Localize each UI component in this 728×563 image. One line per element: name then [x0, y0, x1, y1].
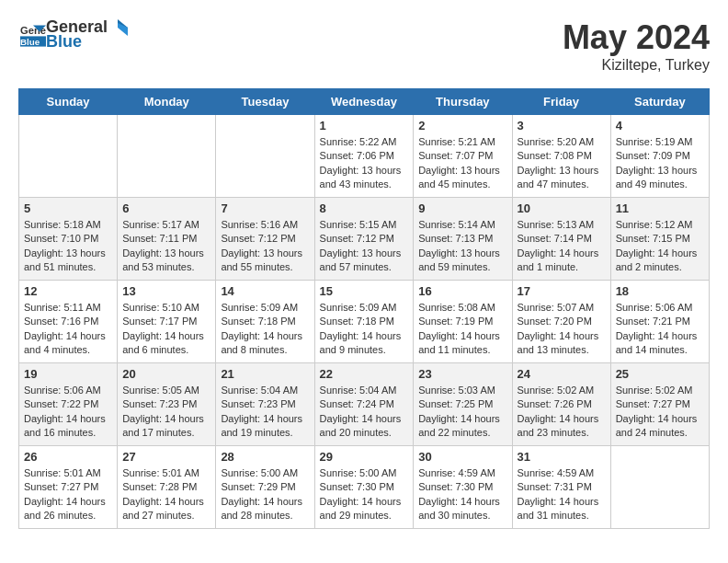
day-info: Sunrise: 5:10 AMSunset: 7:17 PMDaylight:… — [122, 301, 210, 358]
day-number: 13 — [122, 284, 210, 298]
day-number: 24 — [518, 367, 606, 381]
day-number: 20 — [122, 367, 210, 381]
day-number: 28 — [221, 450, 309, 464]
calendar-cell: 17 Sunrise: 5:07 AMSunset: 7:20 PMDaylig… — [512, 281, 610, 363]
day-info: Sunrise: 5:06 AMSunset: 7:22 PMDaylight:… — [24, 384, 112, 441]
day-number: 1 — [320, 119, 409, 132]
week-row-4: 19 Sunrise: 5:06 AMSunset: 7:22 PMDaylig… — [19, 363, 710, 446]
calendar-cell: 12 Sunrise: 5:11 AMSunset: 7:16 PMDaylig… — [19, 281, 118, 363]
title-block: May 2024 Kiziltepe, Turkey — [563, 18, 710, 74]
day-info: Sunrise: 5:03 AMSunset: 7:25 PMDaylight:… — [418, 384, 506, 441]
day-number: 5 — [24, 201, 112, 215]
week-row-1: 1 Sunrise: 5:22 AMSunset: 7:06 PMDayligh… — [19, 115, 710, 198]
calendar-cell: 25 Sunrise: 5:02 AMSunset: 7:27 PMDaylig… — [610, 363, 709, 446]
calendar-cell: 24 Sunrise: 5:02 AMSunset: 7:26 PMDaylig… — [512, 363, 610, 446]
header-thursday: Thursday — [414, 89, 512, 115]
calendar-cell — [216, 115, 314, 198]
header-saturday: Saturday — [610, 89, 709, 115]
day-info: Sunrise: 5:11 AMSunset: 7:16 PMDaylight:… — [24, 301, 112, 358]
svg-text:Blue: Blue — [20, 37, 40, 47]
day-info: Sunrise: 5:06 AMSunset: 7:21 PMDaylight:… — [616, 301, 704, 358]
calendar-table: Sunday Monday Tuesday Wednesday Thursday… — [18, 88, 710, 529]
day-info: Sunrise: 4:59 AMSunset: 7:30 PMDaylight:… — [418, 466, 506, 523]
day-info: Sunrise: 5:17 AMSunset: 7:11 PMDaylight:… — [122, 218, 210, 275]
day-number: 3 — [518, 119, 606, 132]
calendar-cell: 26 Sunrise: 5:01 AMSunset: 7:27 PMDaylig… — [19, 446, 118, 529]
calendar-cell: 28 Sunrise: 5:00 AMSunset: 7:29 PMDaylig… — [216, 446, 314, 529]
day-info: Sunrise: 5:01 AMSunset: 7:27 PMDaylight:… — [24, 466, 112, 523]
calendar-cell: 5 Sunrise: 5:18 AMSunset: 7:10 PMDayligh… — [19, 198, 118, 281]
day-number: 11 — [616, 201, 704, 215]
day-info: Sunrise: 5:12 AMSunset: 7:15 PMDaylight:… — [616, 218, 704, 275]
day-number: 14 — [221, 284, 309, 298]
day-number: 2 — [418, 119, 506, 132]
day-info: Sunrise: 5:18 AMSunset: 7:10 PMDaylight:… — [24, 218, 112, 275]
day-info: Sunrise: 5:04 AMSunset: 7:23 PMDaylight:… — [221, 384, 309, 441]
day-number: 15 — [320, 284, 409, 298]
calendar-cell: 21 Sunrise: 5:04 AMSunset: 7:23 PMDaylig… — [216, 363, 314, 446]
calendar-cell: 3 Sunrise: 5:20 AMSunset: 7:08 PMDayligh… — [512, 115, 610, 198]
header-monday: Monday — [118, 89, 216, 115]
calendar-cell: 13 Sunrise: 5:10 AMSunset: 7:17 PMDaylig… — [118, 281, 216, 363]
day-info: Sunrise: 5:04 AMSunset: 7:24 PMDaylight:… — [320, 384, 409, 441]
calendar-cell: 11 Sunrise: 5:12 AMSunset: 7:15 PMDaylig… — [610, 198, 709, 281]
calendar-cell — [610, 446, 709, 529]
page-header: General Blue General Blue May 2024 Kizil… — [18, 18, 710, 74]
day-number: 8 — [320, 201, 409, 215]
week-row-3: 12 Sunrise: 5:11 AMSunset: 7:16 PMDaylig… — [19, 281, 710, 363]
day-info: Sunrise: 5:09 AMSunset: 7:18 PMDaylight:… — [320, 301, 409, 358]
calendar-cell: 4 Sunrise: 5:19 AMSunset: 7:09 PMDayligh… — [610, 115, 709, 198]
day-number: 18 — [616, 284, 704, 298]
day-info: Sunrise: 5:21 AMSunset: 7:07 PMDaylight:… — [418, 135, 506, 192]
day-number: 22 — [320, 367, 409, 381]
weekday-header-row: Sunday Monday Tuesday Wednesday Thursday… — [19, 89, 710, 115]
calendar-cell: 15 Sunrise: 5:09 AMSunset: 7:18 PMDaylig… — [314, 281, 414, 363]
calendar-cell: 9 Sunrise: 5:14 AMSunset: 7:13 PMDayligh… — [414, 198, 512, 281]
day-number: 7 — [221, 201, 309, 215]
header-sunday: Sunday — [19, 89, 118, 115]
day-number: 21 — [221, 367, 309, 381]
day-number: 10 — [518, 201, 606, 215]
header-wednesday: Wednesday — [314, 89, 414, 115]
day-number: 9 — [418, 201, 506, 215]
calendar-cell: 18 Sunrise: 5:06 AMSunset: 7:21 PMDaylig… — [610, 281, 709, 363]
day-info: Sunrise: 5:22 AMSunset: 7:06 PMDaylight:… — [320, 135, 409, 192]
calendar-cell: 2 Sunrise: 5:21 AMSunset: 7:07 PMDayligh… — [414, 115, 512, 198]
day-info: Sunrise: 5:02 AMSunset: 7:26 PMDaylight:… — [518, 384, 606, 441]
day-number: 16 — [418, 284, 506, 298]
header-tuesday: Tuesday — [216, 89, 314, 115]
logo-icon: General Blue — [20, 22, 46, 48]
calendar-cell: 19 Sunrise: 5:06 AMSunset: 7:22 PMDaylig… — [19, 363, 118, 446]
calendar-cell: 1 Sunrise: 5:22 AMSunset: 7:06 PMDayligh… — [314, 115, 414, 198]
day-info: Sunrise: 5:05 AMSunset: 7:23 PMDaylight:… — [122, 384, 210, 441]
week-row-2: 5 Sunrise: 5:18 AMSunset: 7:10 PMDayligh… — [19, 198, 710, 281]
calendar-cell: 20 Sunrise: 5:05 AMSunset: 7:23 PMDaylig… — [118, 363, 216, 446]
location-title: Kiziltepe, Turkey — [563, 57, 710, 74]
calendar-cell — [118, 115, 216, 198]
day-info: Sunrise: 5:19 AMSunset: 7:09 PMDaylight:… — [616, 135, 704, 192]
day-info: Sunrise: 5:01 AMSunset: 7:28 PMDaylight:… — [122, 466, 210, 523]
day-number: 29 — [320, 450, 409, 464]
calendar-cell: 8 Sunrise: 5:15 AMSunset: 7:12 PMDayligh… — [314, 198, 414, 281]
day-number: 17 — [518, 284, 606, 298]
calendar-cell: 30 Sunrise: 4:59 AMSunset: 7:30 PMDaylig… — [414, 446, 512, 529]
calendar-cell — [19, 115, 118, 198]
day-info: Sunrise: 5:00 AMSunset: 7:30 PMDaylight:… — [320, 466, 409, 523]
header-friday: Friday — [512, 89, 610, 115]
day-info: Sunrise: 5:13 AMSunset: 7:14 PMDaylight:… — [518, 218, 606, 275]
calendar-cell: 29 Sunrise: 5:00 AMSunset: 7:30 PMDaylig… — [314, 446, 414, 529]
day-number: 25 — [616, 367, 704, 381]
day-number: 23 — [418, 367, 506, 381]
day-number: 30 — [418, 450, 506, 464]
logo: General Blue General Blue — [18, 18, 128, 52]
day-info: Sunrise: 5:09 AMSunset: 7:18 PMDaylight:… — [221, 301, 309, 358]
week-row-5: 26 Sunrise: 5:01 AMSunset: 7:27 PMDaylig… — [19, 446, 710, 529]
calendar-cell: 22 Sunrise: 5:04 AMSunset: 7:24 PMDaylig… — [314, 363, 414, 446]
day-info: Sunrise: 4:59 AMSunset: 7:31 PMDaylight:… — [518, 466, 606, 523]
day-number: 12 — [24, 284, 112, 298]
day-info: Sunrise: 5:02 AMSunset: 7:27 PMDaylight:… — [616, 384, 704, 441]
day-info: Sunrise: 5:07 AMSunset: 7:20 PMDaylight:… — [518, 301, 606, 358]
day-info: Sunrise: 5:16 AMSunset: 7:12 PMDaylight:… — [221, 218, 309, 275]
calendar-cell: 6 Sunrise: 5:17 AMSunset: 7:11 PMDayligh… — [118, 198, 216, 281]
calendar-cell: 14 Sunrise: 5:09 AMSunset: 7:18 PMDaylig… — [216, 281, 314, 363]
